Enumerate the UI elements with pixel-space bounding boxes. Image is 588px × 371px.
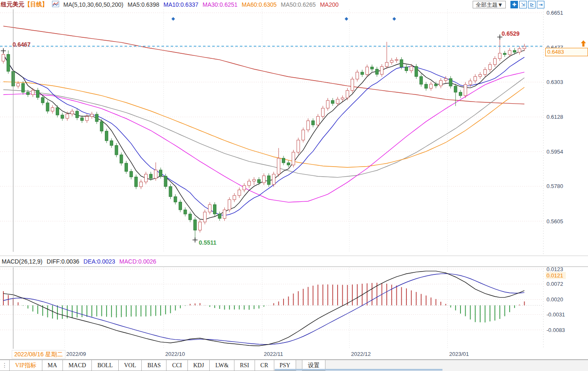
tab-ma[interactable]: MA	[42, 360, 63, 371]
candlestick-chart[interactable]: 0.66510.64770.63030.61280.59540.57800.56…	[0, 0, 588, 349]
macd-peak-tag: 0.0121	[546, 272, 566, 279]
x-axis-month-label: 2022/10	[165, 351, 185, 357]
y-axis-tick: 0.6303	[546, 79, 563, 85]
tab-boll[interactable]: BOLL	[92, 360, 119, 371]
macd-diff-value: DIFF:0.0036	[47, 258, 79, 265]
candle	[282, 158, 285, 163]
candle	[194, 220, 197, 230]
event-marker-icon[interactable]	[393, 17, 396, 21]
ma-formula-label: MA(5,10,30,60,50,200)	[63, 1, 123, 8]
candle	[120, 155, 123, 163]
candle	[523, 46, 526, 49]
pane-play-icon[interactable]: ⊵	[528, 1, 536, 8]
candle	[17, 84, 20, 86]
candle	[100, 122, 103, 131]
event-marker-icon[interactable]	[172, 17, 175, 21]
candle	[252, 180, 255, 181]
macd-dea-value: DEA:0.0023	[83, 258, 115, 265]
tab-cci[interactable]: CCI	[167, 360, 187, 371]
chart-canvas[interactable]: 0.66510.64770.63030.61280.59540.57800.56…	[0, 0, 588, 349]
candle	[243, 186, 246, 190]
candle	[297, 140, 300, 152]
dea-line	[3, 274, 524, 345]
candle	[179, 202, 182, 210]
candle	[503, 53, 506, 55]
candle	[459, 92, 462, 96]
candle	[336, 99, 339, 103]
tab-vip-indicators[interactable]: VIP指标	[10, 360, 42, 371]
tab-lw[interactable]: LW&	[210, 360, 234, 371]
tab-vol[interactable]: VOL	[119, 360, 142, 371]
event-marker-icon[interactable]	[345, 17, 348, 21]
candle	[154, 170, 157, 178]
candle	[292, 152, 295, 165]
ma5-value: MA5:0.6398	[127, 1, 159, 8]
candle	[105, 131, 108, 141]
candle	[164, 176, 167, 187]
candle	[429, 84, 432, 88]
candle	[91, 114, 94, 116]
candle	[7, 55, 10, 71]
candle	[356, 72, 359, 79]
pane-resize-icon[interactable]: ⇲	[519, 1, 527, 8]
macd-formula-label: MACD(26,12,9)	[2, 258, 42, 265]
crosshair-icon[interactable]: ✚	[510, 1, 518, 8]
candle	[75, 111, 78, 118]
macd-header: MACD(26,12,9) DIFF:0.0036 DEA:0.0023 MAC…	[0, 256, 588, 267]
tab-cr[interactable]: CR	[255, 360, 274, 371]
macd-axis-tick: -0.0083	[546, 327, 565, 333]
candle	[341, 98, 344, 99]
line-chart-icon	[52, 1, 59, 8]
symbol-title: 纽元美元	[1, 1, 24, 8]
candle	[385, 63, 388, 67]
candle	[21, 84, 24, 92]
candle	[144, 174, 147, 182]
tab-stub[interactable]: ⋮	[0, 360, 10, 371]
candle	[489, 65, 492, 70]
candle	[125, 163, 128, 172]
candle	[169, 186, 172, 196]
candle	[518, 49, 521, 52]
candle	[86, 116, 88, 120]
ma30-value: MA30:0.6251	[203, 1, 237, 8]
candle	[469, 81, 472, 85]
candle	[405, 67, 408, 71]
candle	[415, 66, 418, 76]
theme-dropdown-button[interactable]: 全部主题▼	[473, 1, 506, 8]
candle	[115, 146, 118, 155]
candle	[66, 114, 69, 118]
candle	[159, 170, 162, 176]
candle	[287, 163, 290, 165]
macd-axis-tick: 0.0072	[546, 281, 563, 287]
candle	[61, 115, 64, 118]
period-high-label: 0.6529	[502, 30, 520, 37]
macd-macd-value: MACD:0.0026	[120, 258, 156, 265]
candle	[474, 76, 477, 81]
candle	[31, 90, 34, 94]
y-axis-tick: 0.5780	[546, 183, 563, 189]
candle	[258, 180, 260, 183]
y-axis-tick: 0.6651	[546, 10, 563, 16]
y-axis-tick: 0.5605	[546, 218, 563, 225]
candle	[263, 176, 265, 183]
candle	[218, 214, 221, 218]
candle	[46, 103, 49, 111]
horizontal-scrollbar-thumb[interactable]	[275, 369, 442, 371]
candle	[36, 90, 39, 97]
tab-kdj[interactable]: KDJ	[188, 360, 210, 371]
ma200-value: MA200	[320, 1, 338, 8]
tab-bias[interactable]: BIAS	[142, 360, 167, 371]
candle	[317, 116, 320, 125]
period-label[interactable]: 【日线】	[24, 1, 48, 8]
candle	[238, 190, 241, 196]
pane-export-icon[interactable]: ⇥	[537, 1, 544, 8]
candle	[189, 214, 192, 220]
x-axis-month-label: 2022/11	[264, 351, 283, 357]
macd-axis-tick: 0.0020	[546, 296, 563, 303]
candle	[233, 196, 236, 200]
tab-rsi[interactable]: RSI	[234, 360, 255, 371]
candle	[424, 84, 427, 89]
candle	[440, 81, 442, 86]
tab-macd[interactable]: MACD	[63, 360, 92, 371]
macd-axis-tick: -0.0031	[546, 311, 565, 318]
